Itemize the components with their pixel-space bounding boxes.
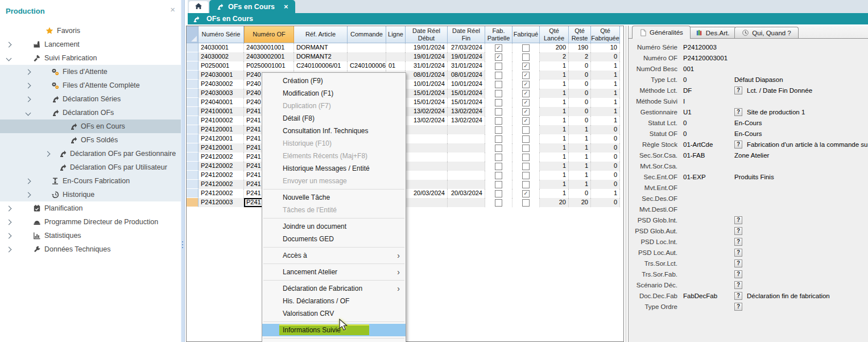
row-selector[interactable] [187,125,199,134]
row-selector[interactable] [187,171,199,180]
cell[interactable] [448,171,485,180]
cell[interactable]: 1 [591,107,620,116]
panel-tab-qui-quand[interactable]: Qui, Quand ? [734,27,798,38]
cell[interactable]: 0 [569,71,591,80]
help-button[interactable]: ? [734,86,742,94]
chevron-down-icon[interactable] [6,56,12,61]
fab-partielle-checkbox[interactable]: ✓ [485,52,512,61]
cell[interactable]: 1 [569,143,591,153]
sidebar-item-files-d-attente-complete[interactable]: Files d'Attente Complète [0,79,181,92]
row-selector[interactable] [187,107,199,116]
row-selector[interactable] [187,71,199,80]
cell[interactable]: 0 [569,98,591,107]
cell[interactable] [406,198,448,207]
row-selector[interactable] [187,116,199,125]
cell[interactable] [448,180,485,189]
sidebar-close-icon[interactable]: × [170,6,175,14]
chevron-right-icon[interactable] [26,192,31,198]
cell[interactable] [448,162,485,171]
cell[interactable]: 0 [569,89,591,98]
menu-item-declaration-de-fabrication[interactable]: Déclaration de Fabrication› [262,282,406,295]
help-button[interactable]: ? [734,108,742,116]
cell[interactable]: 1 [569,180,591,189]
help-button[interactable]: ? [734,292,742,300]
fab-partielle-checkbox[interactable] [485,153,512,162]
cell[interactable]: 0 [591,171,620,180]
cell[interactable]: 15/01/2024 [448,89,485,98]
help-button[interactable]: ? [734,141,742,149]
help-button[interactable]: ? [734,216,742,224]
cell[interactable]: 24030002001 [244,52,294,61]
fabrique-checkbox[interactable]: ✓ [512,98,540,107]
cell[interactable]: 20/03/2024 [406,189,448,198]
sidebar-item-files-d-attente[interactable]: Files d'Attente [0,65,181,79]
menu-item-duplication-f7[interactable]: Duplication (F7) [262,100,406,112]
cell[interactable]: 0 [569,116,591,125]
cell[interactable]: 15/01/2024 [448,98,485,107]
sidebar-item-favoris[interactable]: Favoris [0,24,181,38]
cell[interactable]: P24030002 [199,80,244,89]
cell[interactable]: 20/03/2024 [448,189,485,198]
cell[interactable]: 1 [540,89,569,98]
panel-splitter[interactable] [626,26,626,342]
chevron-right-icon[interactable] [6,220,12,225]
cell[interactable] [448,134,485,143]
cell[interactable]: 0 [591,143,620,153]
fabrique-checkbox[interactable] [512,43,540,52]
cell[interactable]: 31/01/2024 [406,61,448,71]
cell[interactable]: P24120002 [199,162,244,171]
fabrique-checkbox[interactable] [512,171,540,180]
cell[interactable]: C240100006/01 [294,61,348,71]
fabrique-checkbox[interactable] [512,180,540,189]
sidebar-item-ofs-en-cours[interactable]: OFs en Cours [0,120,181,133]
cell[interactable]: P24120001 [199,134,244,143]
column-header-ligne[interactable]: Ligne [386,26,406,43]
cell[interactable]: DORMANT2 [294,52,348,61]
cell[interactable]: 15/01/2024 [406,89,448,98]
row-selector[interactable] [187,89,199,98]
menu-item-envoyer-un-message[interactable]: Envoyer un message [262,175,406,187]
cell[interactable] [348,52,386,61]
cell[interactable]: 1 [540,61,569,71]
select-all-header[interactable] [187,26,199,43]
sidebar-item-declaration-ofs[interactable]: Déclaration OFs [0,106,181,120]
sidebar-item-statistiques[interactable]: Statistiques [0,229,181,242]
column-header-numero-serie[interactable]: Numéro Série [199,26,244,43]
cell[interactable]: 1 [540,98,569,107]
chevron-right-icon[interactable] [26,83,31,89]
fab-partielle-checkbox[interactable] [485,198,512,207]
column-header-fab-partielle[interactable]: Fab. Partielle [485,26,512,43]
menu-item-nouvelle-tache[interactable]: Nouvelle Tâche [262,191,406,204]
cell[interactable]: 0 [591,134,620,143]
row-selector[interactable] [187,61,199,71]
sidebar-item-declaration-ofs-par-utilisateur[interactable]: Déclaration OFs par Utilisateur [0,160,181,174]
column-header-date-reel-fin[interactable]: Date Réel Fin [448,26,485,43]
fab-partielle-checkbox[interactable] [485,180,512,189]
cell[interactable]: 19/01/2024 [448,52,485,61]
chevron-right-icon[interactable] [6,247,12,253]
row-selector[interactable] [187,143,199,153]
fabrique-checkbox[interactable] [512,153,540,162]
row-selector[interactable] [187,162,199,171]
sidebar-item-en-cours-fabrication[interactable]: En-Cours Fabrication [0,174,181,188]
cell[interactable]: 190 [569,43,591,52]
cell[interactable]: 1 [591,61,620,71]
fab-partielle-checkbox[interactable] [485,80,512,89]
menu-item-creation-f9[interactable]: Création (F9) [262,75,406,87]
column-header-qte-fabriquee[interactable]: Qté Fabriquée [591,26,620,43]
row-selector[interactable] [187,198,199,207]
cell[interactable]: P24040001 [199,98,244,107]
cell[interactable]: 24030001 [199,43,244,52]
menu-item-detail-f8[interactable]: Détail (F8) [262,112,406,125]
cell[interactable]: 1 [540,125,569,134]
fab-partielle-checkbox[interactable] [485,61,512,71]
sidebar-item-lancement[interactable]: Lancement [0,38,181,51]
cell[interactable]: P24120001 [199,143,244,153]
row-selector[interactable] [187,134,199,143]
cell[interactable]: 1 [569,125,591,134]
help-button[interactable]: ? [734,227,742,235]
sidebar-item-suivi-fabrication[interactable]: Suivi Fabrication [0,51,181,65]
cell[interactable]: 1 [540,180,569,189]
cell[interactable]: 1 [540,107,569,116]
cell[interactable] [406,162,448,171]
